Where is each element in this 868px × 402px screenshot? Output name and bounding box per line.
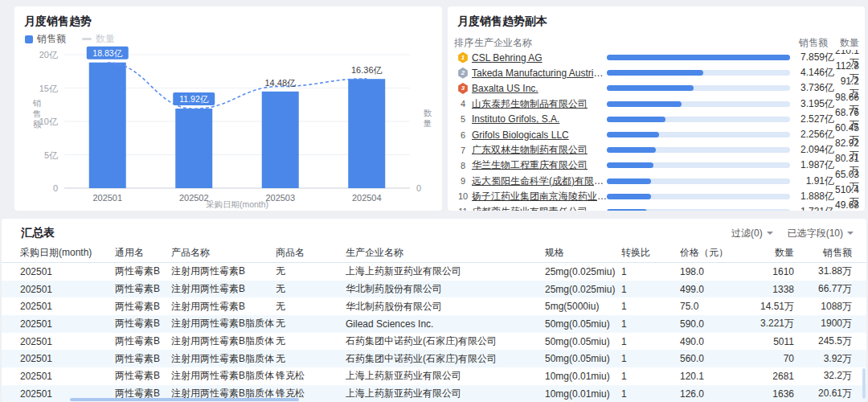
sales-value: 4.146亿 [795, 66, 834, 80]
manufacturer-link[interactable]: 成都蓉生药业有限责任公司 [472, 205, 607, 211]
bar-label: 16.36亿 [351, 65, 383, 75]
sales-bar-track [607, 209, 790, 211]
x-axis-title: 采购日期(month) [206, 199, 268, 209]
caret-down-icon [847, 232, 854, 238]
table-cell: 25mg(0.025miu) [545, 266, 621, 277]
manufacturer-link[interactable]: 广东双林生物制药有限公司 [472, 143, 607, 157]
ranking-row: 5 Instituto Grifols, S.A. 2.527亿 68.76万 [448, 112, 865, 127]
manufacturer-link[interactable]: CSL Behring AG [472, 52, 607, 64]
table-row: 202501两性霉素B注射用两性霉素B脂质体无石药集团中诺药业(石家庄)有限公司… [2, 350, 866, 367]
table-cell: 1 [621, 388, 680, 400]
table-cell: 10mg(0.01miu) [545, 371, 621, 382]
sales-bar-fill [607, 85, 694, 91]
table-cell: 31.88万 [794, 265, 852, 278]
sales-value: 3.195亿 [795, 97, 834, 111]
quantity-value: 49.68万 [834, 199, 859, 211]
bar-202504[interactable] [348, 79, 385, 188]
table-cell: 无 [276, 300, 346, 314]
manufacturer-link[interactable]: 山东泰邦生物制品有限公司 [472, 97, 607, 111]
horizontal-scrollbar-thumb[interactable] [70, 398, 299, 401]
table-cell: 两性霉素B [115, 300, 171, 314]
sales-bar-fill [607, 178, 651, 184]
vertical-scrollbar-thumb[interactable] [862, 368, 866, 399]
table-cell: 华北制药股份有限公司 [346, 282, 545, 296]
manufacturer-link[interactable]: Takeda Manufacturing Austria AG [472, 68, 607, 79]
table-cell: 1 [621, 336, 680, 347]
table-header-cell: 采购日期(month) [20, 246, 115, 260]
summary-table-toolbar: 汇总表 过滤(0) 已选字段(10) [2, 219, 866, 240]
selected-fields-dropdown[interactable]: 已选字段(10) [788, 227, 854, 240]
sales-value: 2.256亿 [795, 128, 834, 142]
manufacturer-link[interactable]: 远大蜀阳生命科学(成都)有限公司 [472, 174, 607, 188]
sales-bar-track [607, 132, 790, 137]
y-axis-tick: 15亿 [39, 84, 58, 93]
rank-number: 5 [461, 114, 465, 124]
table-cell: 注射用两性霉素B脂质体 [171, 317, 276, 330]
x-axis-tick: 202501 [92, 193, 122, 203]
table-cell: 202501 [20, 336, 115, 347]
x-axis-tick: 202502 [179, 193, 209, 203]
sales-bar-track [607, 147, 790, 153]
table-cell: Gilead Sciences Inc. [346, 318, 545, 330]
quantity-trend-line [108, 63, 367, 109]
table-header-row: 采购日期(month)通用名产品名称商品名生产企业名称规格转换比价格（元）数量销… [2, 243, 866, 263]
table-cell: 202501 [20, 353, 115, 364]
bar-label: 18.83亿 [92, 48, 122, 58]
table-cell: 20.61万 [794, 387, 852, 400]
table-cell: 无 [276, 265, 346, 278]
manufacturer-link[interactable]: Instituto Grifols, S.A. [472, 113, 607, 125]
y2-axis-title: 数 [424, 108, 432, 117]
sales-bar-fill [607, 209, 647, 211]
ranking-row: 4 山东泰邦生物制品有限公司 3.195亿 98.66万 [448, 96, 865, 112]
table-cell: 1088万 [794, 300, 852, 314]
sales-bar-track [607, 194, 790, 199]
table-cell: 无 [276, 282, 346, 296]
summary-table-title: 汇总表 [21, 226, 55, 240]
sales-bar-track [607, 70, 790, 76]
table-cell: 50mg(0.05miu) [545, 336, 621, 347]
y-axis-title: 销 [32, 98, 42, 108]
table-cell: 注射用两性霉素B脂质体 [171, 334, 276, 348]
ranking-row: 10 扬子江药业集团南京海陵药业有限公司,江苏... 1.888亿 510.4万 [448, 189, 865, 204]
ranking-row: 8 华兰生物工程重庆有限公司 1.987亿 80.31万 [448, 158, 865, 173]
sales-bar-fill [607, 117, 665, 122]
x-axis-tick: 202504 [352, 193, 382, 203]
table-cell: 上海上药新亚药业有限公司 [346, 387, 545, 400]
table-cell: 石药集团中诺药业(石家庄)有限公司 [346, 334, 545, 348]
ranking-col-name: 生产企业名称 [474, 36, 532, 50]
manufacturer-link[interactable]: 扬子江药业集团南京海陵药业有限公司,江苏... [472, 190, 607, 203]
sales-bar-fill [607, 70, 703, 76]
bar-label: 11.92亿 [179, 94, 208, 104]
bar-202503[interactable] [262, 92, 299, 188]
trend-chart-card: 月度销售趋势 销售额 数量 05亿10亿15亿20亿18.83亿11.92亿14… [14, 6, 442, 211]
table-cell: 202501 [20, 301, 115, 312]
table-cell: 32.2万 [794, 369, 852, 383]
table-cell: 14.51万 [744, 300, 794, 314]
sales-bar-track [607, 55, 790, 60]
rank-number: 10 [458, 191, 468, 201]
table-cell: 无 [276, 317, 346, 330]
table-cell: 202501 [20, 318, 115, 330]
table-row: 202501两性霉素B注射用两性霉素B脂质体无石药集团中诺药业(石家庄)有限公司… [2, 333, 866, 351]
table-cell: 50mg(0.05miu) [545, 318, 621, 330]
table-cell: 202501 [20, 371, 115, 382]
filter-dropdown[interactable]: 过滤(0) [731, 227, 773, 240]
table-cell: 无 [276, 334, 346, 348]
table-row: 202501两性霉素B注射用两性霉素B无上海上药新亚药业有限公司25mg(0.0… [2, 263, 866, 281]
y-axis-tick: 20亿 [39, 50, 58, 59]
table-body: 202501两性霉素B注射用两性霉素B无上海上药新亚药业有限公司25mg(0.0… [2, 263, 866, 402]
table-cell: 两性霉素B [115, 282, 171, 296]
table-header-cell: 规格 [545, 246, 621, 260]
table-cell: 注射用两性霉素B脂质体 [171, 369, 276, 383]
manufacturer-link[interactable]: 华兰生物工程重庆有限公司 [472, 158, 607, 172]
bar-202502[interactable] [175, 109, 212, 188]
bar-202501[interactable] [89, 63, 126, 188]
bar-series-marker-icon [25, 35, 33, 43]
table-cell: 1 [621, 318, 680, 330]
sales-value: 2.094亿 [795, 143, 834, 157]
sales-bar-fill [607, 162, 653, 168]
manufacturer-link[interactable]: Grifols Biologicals LLC [472, 129, 607, 141]
filter-dropdown-label: 过滤(0) [731, 227, 763, 240]
y-axis-tick: 5亿 [44, 150, 58, 160]
manufacturer-link[interactable]: Baxalta US Inc. [472, 83, 607, 94]
